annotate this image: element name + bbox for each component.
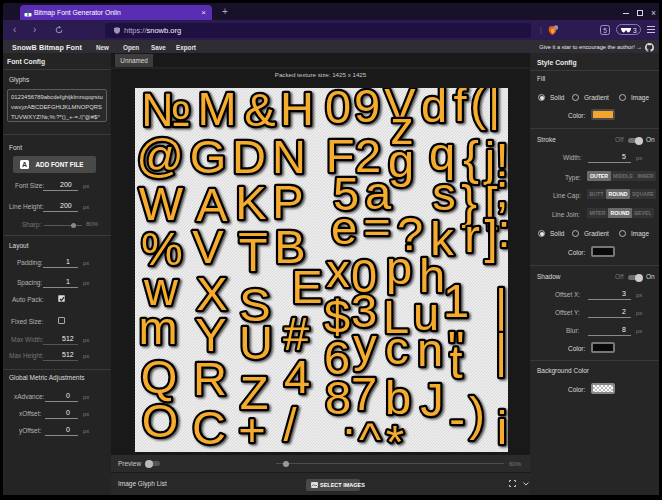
svg-text:|: |: [488, 88, 500, 130]
svg-text:0: 0: [325, 88, 351, 133]
svg-text:p: p: [386, 241, 412, 294]
svg-text:t: t: [449, 335, 462, 388]
svg-text:V: V: [192, 220, 224, 273]
svg-text:M: M: [197, 88, 236, 135]
svg-text:E: E: [291, 260, 322, 313]
svg-text:4: 4: [284, 350, 310, 403]
svg-text:c: c: [385, 321, 409, 374]
svg-text:C: C: [192, 401, 226, 452]
svg-text:9: 9: [354, 88, 380, 132]
svg-text:1: 1: [443, 274, 469, 327]
svg-text:+: +: [238, 403, 265, 453]
svg-text:J: J: [420, 373, 444, 426]
svg-text:G: G: [190, 130, 227, 183]
svg-text:A: A: [22, 161, 27, 168]
svg-text:n: n: [417, 323, 443, 376]
svg-text:i: i: [497, 401, 507, 452]
svg-text:r: r: [464, 209, 480, 262]
svg-text:U: U: [239, 316, 273, 369]
svg-text:R: R: [193, 352, 227, 405]
svg-text:d: d: [421, 88, 447, 132]
svg-text:O: O: [142, 394, 179, 447]
svg-text:*: *: [386, 415, 404, 452]
svg-text:@: @: [136, 129, 184, 182]
svg-text:|: |: [495, 324, 507, 377]
svg-text:.: .: [342, 391, 355, 444]
svg-text:g: g: [388, 134, 414, 187]
svg-text:-: -: [449, 392, 465, 445]
svg-text::: :: [497, 204, 508, 257]
svg-text:m: m: [138, 301, 177, 354]
svg-text:y: y: [353, 318, 377, 371]
svg-text:&: &: [244, 88, 275, 136]
svg-text:^: ^: [359, 412, 381, 452]
svg-text:(: (: [470, 88, 486, 130]
svg-text:/: /: [283, 398, 297, 451]
svg-text:): ): [469, 387, 485, 440]
svg-text:]: ]: [484, 210, 497, 263]
svg-text:f: f: [453, 88, 467, 131]
svg-text:T: T: [239, 228, 268, 281]
svg-text:H: H: [280, 88, 314, 135]
